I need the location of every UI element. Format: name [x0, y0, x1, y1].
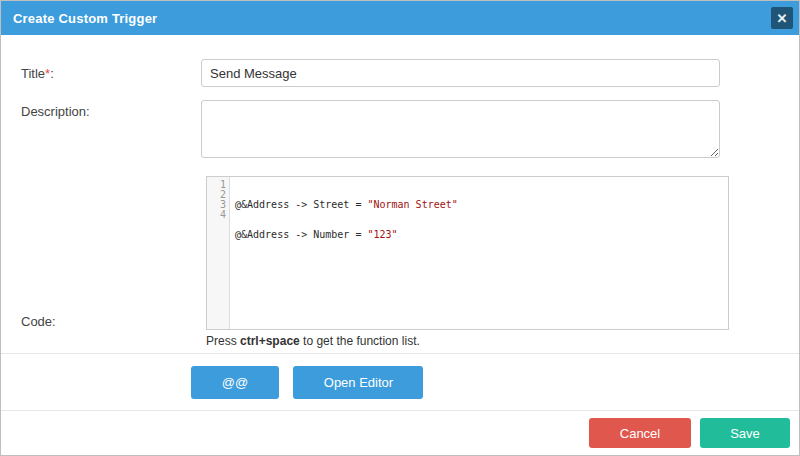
dialog-footer: Cancel Save — [1, 410, 799, 455]
save-button[interactable]: Save — [700, 418, 790, 448]
title-input[interactable] — [201, 59, 720, 87]
code-line: @&Address -> Street = "Norman Street" — [235, 200, 728, 210]
line-number: 4 — [207, 210, 226, 220]
hint-shortcut: ctrl+space — [240, 334, 300, 348]
close-button[interactable]: ✕ — [771, 7, 793, 29]
hint-text: Press ctrl+space to get the function lis… — [206, 334, 799, 348]
description-row: Description: — [1, 100, 799, 158]
line-number-gutter: 1 2 3 4 — [207, 177, 230, 329]
string-token: "123" — [367, 229, 397, 240]
title-row: Title*: — [1, 59, 799, 87]
code-editor[interactable]: 1 2 3 4 @&Address -> Street = "Norman St… — [206, 176, 729, 330]
open-editor-button[interactable]: Open Editor — [293, 366, 423, 399]
description-label: Description: — [21, 100, 201, 158]
insert-at-button[interactable]: @@ — [191, 366, 279, 399]
description-textarea[interactable] — [201, 100, 720, 158]
code-content: @&Address -> Street = "Norman Street" @&… — [230, 177, 728, 329]
code-line — [235, 260, 728, 270]
create-custom-trigger-dialog: Create Custom Trigger ✕ Title*: Descript… — [0, 0, 800, 456]
cancel-button[interactable]: Cancel — [589, 418, 691, 448]
code-line — [235, 290, 728, 300]
code-line: @&Address -> Number = "123" — [235, 230, 728, 240]
code-label: Code: — [21, 314, 201, 330]
close-icon: ✕ — [777, 12, 788, 25]
code-row: Code: 1 2 3 4 @&Address -> Street = "Nor… — [1, 176, 799, 330]
editor-toolbar: @@ Open Editor — [1, 354, 799, 410]
title-label: Title*: — [21, 59, 201, 87]
dialog-title: Create Custom Trigger — [13, 11, 157, 26]
dialog-header: Create Custom Trigger ✕ — [1, 1, 799, 35]
string-token: "Norman Street" — [367, 199, 457, 210]
